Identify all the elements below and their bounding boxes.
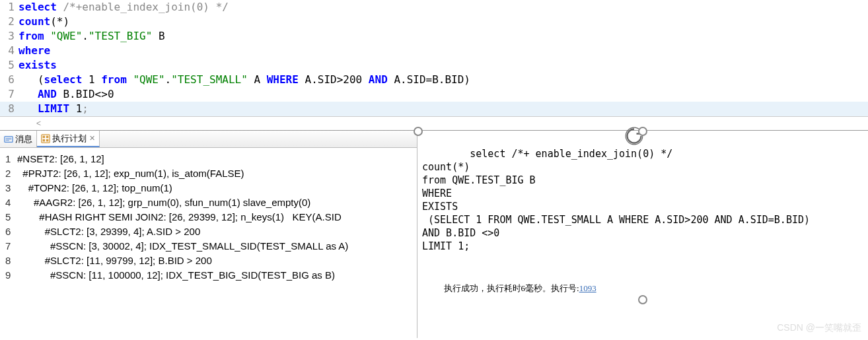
status-text: 执行成功，执行耗时6毫秒。执行号: [444,283,579,293]
plan-line-number: 6 [3,224,17,239]
scroll-left-icon: < [36,119,41,128]
tab-messages-label: 消息 [15,133,32,145]
plan-line: 5 #HASH RIGHT SEMI JOIN2: [26, 29399, 12… [3,210,414,224]
plan-text: #TOPN2: [26, 1, 12]; top_num(1) [17,181,414,195]
plan-text: #SLCT2: [11, 99799, 12]; B.BID > 200 [17,254,414,268]
line-number: 2 [0,15,18,29]
plan-text: #AAGR2: [26, 1, 12]; grp_num(0), sfun_nu… [17,195,414,210]
code-line[interactable]: 7 AND B.BID<>0 [0,87,868,102]
code-content: from "QWE"."TEST_BIG" B [18,29,868,44]
status-line: 执行成功，执行耗时6毫秒。执行号:1093 [422,269,863,308]
line-number: 3 [0,29,18,44]
code-content: LIMIT 1; [18,102,868,116]
plan-line: 9 #SSCN: [11, 100000, 12]; IDX_TEST_BIG_… [3,268,414,283]
code-line[interactable]: 8 LIMIT 1; [0,102,868,116]
close-icon[interactable]: ✕ [89,134,95,143]
svg-rect-9 [46,139,49,141]
horizontal-scroll[interactable]: < [0,117,868,130]
plan-line-number: 8 [3,254,17,268]
plan-line-number: 4 [3,195,17,210]
execution-id-link[interactable]: 1093 [579,283,597,293]
plan-text: #SSCN: [11, 100000, 12]; IDX_TEST_BIG_SI… [17,268,414,283]
plan-line: 7 #SSCN: [3, 30002, 4]; IDX_TEST_SMALL_S… [3,239,414,254]
plan-text: #PRJT2: [26, 1, 12]; exp_num(1), is_atom… [17,166,414,181]
plan-line-number: 3 [3,181,17,195]
plan-line: 8 #SLCT2: [11, 99799, 12]; B.BID > 200 [3,254,414,268]
result-sql-text[interactable]: select /*+ enable_index_join(0) */ count… [418,131,867,337]
results-left-panel: 消息 执行计划 ✕ 1#NSET2: [26, 1, 12]2 #PRJT2: … [0,131,417,338]
line-number: 1 [0,0,18,15]
code-content: exists [18,58,868,73]
plan-line-number: 2 [3,166,17,181]
plan-line-number: 9 [3,268,17,283]
line-number: 8 [0,102,18,116]
plan-icon [41,134,50,143]
plan-text: #SLCT2: [3, 29399, 4]; A.SID > 200 [17,224,414,239]
code-line[interactable]: 3from "QWE"."TEST_BIG" B [0,29,868,44]
line-number: 5 [0,58,18,73]
code-line[interactable]: 6 (select 1 from "QWE"."TEST_SMALL" A WH… [0,73,868,87]
plan-line-number: 7 [3,239,17,254]
result-panel: select /*+ enable_index_join(0) */ count… [417,131,868,338]
plan-text: #NSET2: [26, 1, 12] [17,152,414,166]
plan-line: 1#NSET2: [26, 1, 12] [3,152,414,166]
code-line[interactable]: 5exists [0,58,868,73]
plan-text: #HASH RIGHT SEMI JOIN2: [26, 29399, 12];… [17,210,414,224]
code-content: AND B.BID<>0 [18,87,868,102]
plan-line: 6 #SLCT2: [3, 29399, 4]; A.SID > 200 [3,224,414,239]
line-number: 7 [0,87,18,102]
sql-editor[interactable]: 1select /*+enable_index_join(0) */2count… [0,0,868,117]
plan-line-number: 1 [3,152,17,166]
line-number: 6 [0,73,18,87]
code-content: count(*) [18,15,868,29]
tab-execution-plan[interactable]: 执行计划 ✕ [37,131,100,147]
messages-icon [4,135,13,144]
tab-messages[interactable]: 消息 [0,131,37,147]
code-line[interactable]: 2count(*) [0,15,868,29]
code-content: (select 1 from "QWE"."TEST_SMALL" A WHER… [18,73,868,87]
line-number: 4 [0,44,18,58]
plan-line: 4 #AAGR2: [26, 1, 12]; grp_num(0), sfun_… [3,195,414,210]
svg-rect-8 [43,139,46,141]
execution-plan-body[interactable]: 1#NSET2: [26, 1, 12]2 #PRJT2: [26, 1, 12… [0,148,417,287]
code-line[interactable]: 1select /*+enable_index_join(0) */ [0,0,868,15]
watermark: CSDN @一笑嘴就歪 [777,322,861,334]
code-content: where [18,44,868,58]
plan-line-number: 5 [3,210,17,224]
plan-text: #SSCN: [3, 30002, 4]; IDX_TEST_SMALL_SID… [17,239,414,254]
svg-rect-7 [46,135,49,138]
tab-plan-label: 执行计划 [52,133,87,145]
code-line[interactable]: 4where [0,44,868,58]
svg-rect-6 [43,135,46,138]
plan-line: 2 #PRJT2: [26, 1, 12]; exp_num(1), is_at… [3,166,414,181]
code-content: select /*+enable_index_join(0) */ [18,0,868,15]
plan-line: 3 #TOPN2: [26, 1, 12]; top_num(1) [3,181,414,195]
result-tabs: 消息 执行计划 ✕ [0,131,417,148]
